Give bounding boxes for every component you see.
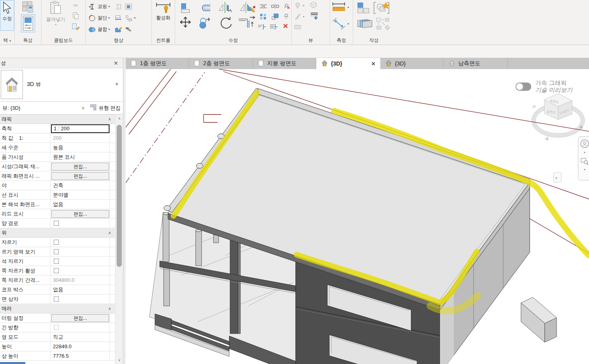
- offset-icon[interactable]: [198, 2, 213, 14]
- compass-south-label[interactable]: 남: [544, 136, 549, 141]
- split-with-gap-icon[interactable]: [271, 2, 279, 10]
- move-icon[interactable]: [179, 16, 192, 28]
- scroll-down-icon[interactable]: ∨: [115, 358, 123, 362]
- property-value[interactable]: 7776.5: [53, 353, 69, 359]
- join-geometry-button[interactable]: 결합▾: [88, 24, 136, 35]
- scale-icon[interactable]: [271, 13, 279, 21]
- property-value[interactable]: 없음: [53, 201, 63, 208]
- chevron-down-icon[interactable]: ▼: [115, 82, 119, 86]
- property-value[interactable]: 304800.0: [53, 277, 74, 283]
- reveal-hidden-icon[interactable]: [293, 23, 302, 31]
- checkbox[interactable]: [54, 249, 59, 254]
- checkbox[interactable]: [54, 221, 59, 226]
- displace-elements-icon[interactable]: [309, 1, 318, 9]
- checkbox[interactable]: [54, 268, 59, 273]
- property-value[interactable]: 분야별: [53, 191, 68, 199]
- measure-between-icon[interactable]: [332, 17, 346, 30]
- property-value[interactable]: 없음: [53, 286, 63, 293]
- rotate-icon[interactable]: [218, 16, 234, 29]
- edit-button[interactable]: 편집...: [51, 314, 109, 322]
- modify-button[interactable]: 수정: [0, 0, 14, 31]
- checkbox[interactable]: [54, 240, 59, 245]
- pin-icon[interactable]: [282, 13, 291, 21]
- collapse-icon[interactable]: ∧: [108, 306, 111, 311]
- activate-controls-button[interactable]: 활성화: [153, 2, 173, 21]
- wall-joins-icon[interactable]: [114, 26, 123, 34]
- steering-wheel-icon[interactable]: [580, 139, 589, 150]
- toggle-switch[interactable]: [515, 83, 531, 91]
- drawing-area[interactable]: 서 남 동 위면도 정면도 우측면도 ▾: [126, 69, 589, 364]
- trim-extend-icon[interactable]: [238, 16, 256, 29]
- zoom-region-icon[interactable]: [581, 158, 589, 167]
- building-model[interactable]: [149, 88, 557, 364]
- collapse-icon[interactable]: ∧: [108, 117, 111, 121]
- unjoin-icon[interactable]: [124, 14, 133, 22]
- property-value[interactable]: 200: [53, 135, 62, 141]
- schedule-diagram-icon[interactable]: [375, 17, 392, 31]
- cut-to-clipboard-icon[interactable]: ✂: [72, 2, 80, 9]
- view-selector-chevron-icon[interactable]: ∨: [81, 105, 85, 111]
- viewcube-menu-button[interactable]: [553, 173, 561, 182]
- cut-geometry-alt-icon[interactable]: [114, 3, 123, 11]
- edit-type-button[interactable]: 유형 편집: [90, 104, 121, 112]
- offset-copy-icon[interactable]: [269, 23, 278, 31]
- create-assembly-icon[interactable]: [373, 1, 390, 15]
- checkbox[interactable]: [54, 296, 59, 302]
- view-tab-6[interactable]: 남측면도: [444, 58, 508, 69]
- create-parts-icon[interactable]: [356, 17, 373, 31]
- tab-close-icon[interactable]: ✕: [370, 61, 377, 67]
- coping-button[interactable]: 코핑▾: [88, 1, 136, 12]
- wall-dimension-icon[interactable]: [114, 14, 123, 22]
- properties-panel-label[interactable]: 특성: [15, 37, 41, 44]
- align-dim-icon[interactable]: [257, 23, 266, 31]
- override-layers-icon[interactable]: [310, 12, 319, 20]
- navigation-bar[interactable]: ▾ ▾: [578, 136, 589, 180]
- properties-scrollbar[interactable]: ∧ ∨: [115, 114, 123, 364]
- copy-icon[interactable]: [197, 17, 213, 29]
- demolish-box-icon[interactable]: [124, 3, 133, 11]
- paste-button[interactable]: 붙여넣기 ▾: [45, 1, 67, 26]
- view-tab-1[interactable]: 1층 평면도: [126, 58, 189, 69]
- scrollbar-thumb[interactable]: [117, 125, 122, 267]
- view-tab-4[interactable]: {3D}✕: [316, 58, 380, 69]
- type-selector[interactable]: 3D 뷰 ▼: [0, 68, 123, 102]
- property-value[interactable]: 높음: [53, 144, 63, 151]
- checkbox[interactable]: [54, 259, 59, 264]
- select-panel-label[interactable]: 택 ▾: [0, 37, 14, 44]
- collapse-icon[interactable]: ∧: [108, 231, 111, 235]
- edit-button[interactable]: 편집...: [51, 172, 109, 180]
- edit-button[interactable]: 편집...: [51, 163, 109, 171]
- hide-elements-icon[interactable]: [293, 2, 302, 9]
- view-tab-5[interactable]: {3D}: [380, 58, 444, 69]
- zoom-menu-chevron-icon[interactable]: ▾: [584, 168, 585, 171]
- measure-ruler-icon[interactable]: [332, 2, 346, 13]
- scroll-up-icon[interactable]: ∧: [115, 116, 123, 120]
- view-tab-2[interactable]: 2층 평면도: [189, 58, 253, 69]
- split-element-icon[interactable]: [259, 2, 268, 10]
- property-value[interactable]: 직교: [53, 334, 63, 341]
- edit-button[interactable]: 편집...: [51, 210, 109, 218]
- mirror-draw-icon[interactable]: [238, 1, 256, 14]
- hammer-icon[interactable]: [124, 26, 133, 34]
- view-selector-value[interactable]: 뷰: {3D}: [2, 105, 21, 112]
- view-tab-3[interactable]: 지붕 평면도: [253, 58, 316, 69]
- array-icon[interactable]: [259, 13, 268, 21]
- linework-brush-icon[interactable]: [293, 13, 302, 21]
- viewcube[interactable]: 서 남 동 위면도 정면도 우측면도 ▾: [531, 94, 585, 182]
- close-icon[interactable]: ✕: [111, 60, 121, 66]
- delete-icon[interactable]: ✕: [281, 22, 290, 30]
- property-value[interactable]: 원본 표시: [53, 154, 75, 161]
- compass-west-label[interactable]: 서: [531, 104, 536, 109]
- property-value[interactable]: 22849.0: [53, 343, 72, 349]
- copy-to-clipboard-icon[interactable]: [72, 12, 80, 20]
- align-icon[interactable]: [179, 2, 192, 14]
- match-type-icon[interactable]: [72, 23, 80, 31]
- create-group-icon[interactable]: [356, 1, 370, 15]
- unpin-icon[interactable]: [282, 2, 291, 10]
- mirror-axis-icon[interactable]: [217, 1, 234, 14]
- wheel-menu-chevron-icon[interactable]: ▾: [584, 151, 585, 154]
- scale-value-input[interactable]: 1 : 200: [51, 124, 109, 133]
- properties-button[interactable]: [21, 14, 35, 32]
- cut-geometry-button[interactable]: 절단▾ ▾: [88, 12, 136, 24]
- property-value[interactable]: 건축: [53, 182, 63, 189]
